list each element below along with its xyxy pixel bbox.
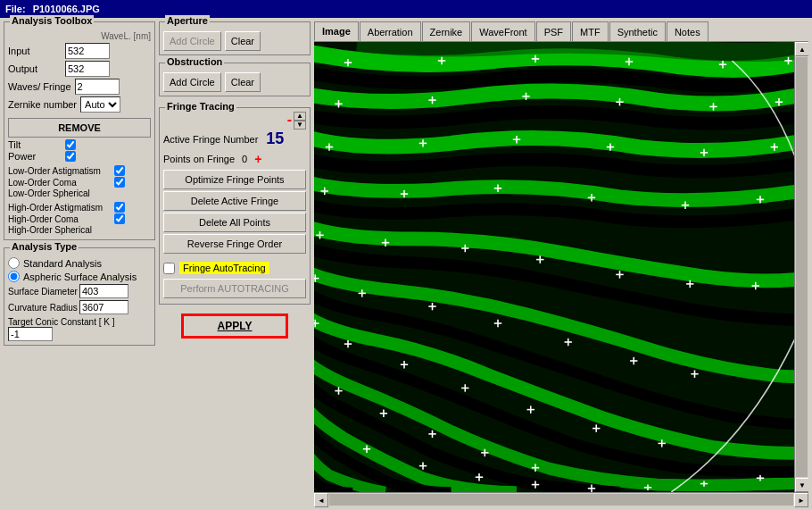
right-panel: Image Aberration Zernike WaveFront PSF M… [314,21,808,506]
scroll-right-btn[interactable]: ► [794,493,808,507]
scroll-down-btn[interactable]: ▼ [795,478,808,492]
target-conic-group: Target Conic Constant [ K ] [8,316,151,341]
filename: P1010066.JPG [33,4,100,14]
autotracing-label: Fringe AutoTracing [178,261,270,275]
aperture-title: Aperture [165,15,210,26]
fringe-minus-btn[interactable]: - [287,112,292,128]
scroll-up-btn[interactable]: ▲ [795,42,808,56]
tilt-label: Tilt [8,139,62,150]
apply-button[interactable]: APPLY [181,314,288,339]
power-label: Power [8,151,62,162]
aperture-clear-btn[interactable]: Clear [225,31,261,51]
surface-diameter-label: Surface Diameter [8,287,79,297]
horizontal-scrollbar[interactable]: ◄ ► [314,492,808,506]
input-field[interactable] [65,43,110,59]
low-astigmatism-label: Low-Order Astigmatism [8,166,111,176]
low-coma-row: Low-Order Coma [8,177,151,188]
title-bar: File: P1010066.JPG [0,0,812,18]
waves-fringe-field[interactable] [75,79,120,95]
surface-diameter-row: Surface Diameter [8,284,151,298]
target-conic-label: Target Conic Constant [ K ] [8,317,115,327]
curvature-label: Curvature Radius [8,303,79,313]
points-plus-btn[interactable]: + [254,152,261,166]
obstruction-group: Obstruction Add Circle Clear [159,63,311,96]
active-fringe-label: Active Fringe Number [163,134,258,145]
points-value: 0 [242,154,247,164]
zernike-select[interactable]: Auto [80,96,120,113]
tab-image[interactable]: Image [314,21,359,41]
analysis-toolbox-title: Analysis Toolbox [10,15,94,26]
surface-diameter-field[interactable] [79,284,128,298]
output-field[interactable] [65,61,110,77]
low-astig-row: Low-Order Astigmatism [8,165,151,176]
curvature-field[interactable] [79,300,128,314]
scroll-left-btn[interactable]: ◄ [314,493,328,507]
remove-button[interactable]: REMOVE [8,118,151,138]
scroll-thumb-h[interactable] [329,494,793,506]
high-astig-row: High-Order Astigmatism [8,202,151,213]
wavelength-label: WaveL. [nm] [101,31,151,41]
fringe-scroll-area: - Active Fringe Number 15 ▲ ▼ [163,112,306,150]
tab-zernike[interactable]: Zernike [422,21,471,41]
delete-active-btn[interactable]: Delete Active Fringe [163,191,306,211]
fringe-tracing-title: Fringe Tracing [165,101,236,112]
fringe-scroll-up[interactable]: ▲ [294,112,306,121]
tab-mtf[interactable]: MTF [572,21,609,41]
tab-bar: Image Aberration Zernike WaveFront PSF M… [314,21,808,42]
autotracing-row: Fringe AutoTracing [163,261,306,275]
fringe-svg [314,42,794,492]
aperture-group: Aperture Add Circle Clear [159,21,311,55]
high-coma-checkbox[interactable] [114,213,125,224]
high-astigmatism-checkbox[interactable] [114,202,125,213]
active-fringe-row: Active Fringe Number 15 [163,130,294,148]
obstruction-add-circle-btn[interactable]: Add Circle [163,72,221,92]
fringe-scroll-arrows[interactable]: ▲ ▼ [294,112,306,130]
tab-wavefront[interactable]: WaveFront [471,21,534,41]
high-spherical-label: High-Order Spherical [8,225,111,235]
perform-autotracing-btn[interactable]: Perform AUTOTRACING [163,279,306,298]
optimize-fringe-btn[interactable]: Optimize Fringe Points [163,170,306,189]
tab-synthetic[interactable]: Synthetic [609,21,666,41]
file-label: File: [5,4,26,14]
high-coma-row: High-Order Coma [8,213,151,224]
delete-all-btn[interactable]: Delete All Points [163,213,306,232]
obstruction-buttons: Add Circle Clear [163,72,306,92]
analysis-toolbox: Analysis Toolbox WaveL. [nm] Input Outpu… [4,21,155,240]
zernike-label: Zernike number [8,99,77,110]
target-conic-field[interactable] [8,327,53,341]
points-label: Points on Fringe [163,154,235,164]
middle-panel: Aperture Add Circle Clear Obstruction Ad… [159,21,311,506]
standard-radio[interactable] [8,257,20,269]
tab-psf[interactable]: PSF [536,21,571,41]
waves-fringe-row: Waves/ Fringe [8,79,151,95]
high-astigmatism-label: High-Order Astigmatism [8,203,111,213]
tab-notes[interactable]: Notes [667,21,708,41]
low-spherical-row: Low-Order Spherical [8,188,151,198]
low-astigmatism-checkbox[interactable] [114,165,125,176]
fringe-tracing-group: Fringe Tracing - Active Fringe Number 15… [159,107,311,305]
obstruction-clear-btn[interactable]: Clear [225,72,261,92]
obstruction-title: Obstruction [165,56,224,67]
tab-aberration[interactable]: Aberration [360,21,421,41]
tilt-checkbox[interactable] [65,139,76,150]
high-spherical-row: High-Order Spherical [8,225,151,235]
scroll-thumb-v[interactable] [796,57,808,477]
tilt-row: Tilt [8,139,151,150]
low-coma-label: Low-Order Coma [8,178,111,188]
high-coma-label: High-Order Coma [8,214,111,224]
analysis-type: Analysis Type Standard Analysis Aspheric… [4,247,155,346]
fringe-scroll-down[interactable]: ▼ [294,121,306,130]
reverse-order-btn[interactable]: Reverse Fringe Order [163,234,306,254]
aspheric-label: Aspheric Surface Analysis [23,272,137,282]
output-row: Output [8,61,151,77]
autotracing-checkbox[interactable] [163,263,175,274]
image-area: ▲ ▼ [314,42,808,492]
vertical-scrollbar[interactable]: ▲ ▼ [794,42,808,492]
power-checkbox[interactable] [65,151,76,162]
points-row: Points on Fringe 0 + [163,152,306,166]
waves-fringe-label: Waves/ Fringe [8,81,71,92]
low-coma-checkbox[interactable] [114,177,125,188]
zernike-row: Zernike number Auto [8,96,151,113]
aperture-add-circle-btn[interactable]: Add Circle [163,31,221,51]
aspheric-radio[interactable] [8,271,20,282]
